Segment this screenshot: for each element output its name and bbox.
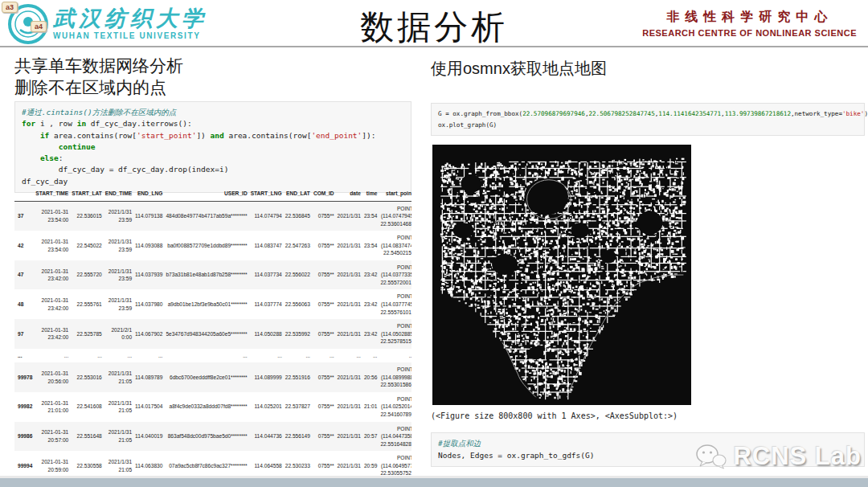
table-cell: a8f4c9de0332a8ddd07fd8******** xyxy=(164,392,248,422)
column-header: START_LNG xyxy=(249,186,284,201)
column-header: COM_ID xyxy=(312,186,336,201)
table-cell: 0755** xyxy=(312,422,336,452)
table-cell: 2021/1/31 xyxy=(336,201,362,231)
code-cell-graph-from-bbox: G = ox.graph_from_bbox(22.57096879697946… xyxy=(431,103,865,136)
table-cell: 2021-01-31 20:57:00 xyxy=(34,422,70,452)
table-row: 482021-01-31 23:42:0022.5557612021/1/31 … xyxy=(14,289,411,319)
table-row: 372021-01-31 23:54:0022.5360152021/1/31 … xyxy=(14,201,411,231)
table-cell: 2021/1/31 xyxy=(336,231,362,260)
table-cell: 114.017504 xyxy=(133,392,164,422)
table-cell: 23:54 xyxy=(362,201,379,231)
table-cell: 114.067902 xyxy=(133,319,164,349)
table-cell: 2021-01-31 21:01:00 xyxy=(34,392,70,422)
right-section: 使用osmnx获取地点地图 G = ox.graph_from_bbox(22.… xyxy=(431,58,865,79)
table-cell: 2021/1/31 23:59 xyxy=(104,260,133,290)
table-cell: 6dbc6700eedddff8e2ce01******** xyxy=(164,362,248,392)
table-cell: 114.037734 xyxy=(249,260,284,290)
table-cell: 0755** xyxy=(312,260,336,290)
table-cell: 0755** xyxy=(312,289,336,319)
left-heading-line1: 共享单车数据网络分析 xyxy=(14,55,411,76)
table-cell: 2021-01-31 23:54:00 xyxy=(34,201,70,231)
table-cell: 23:42 xyxy=(362,319,379,349)
table-row: ....................................... xyxy=(14,349,411,363)
table-cell: ba0f0088572709e1ddbd89******** xyxy=(164,231,248,260)
watermark-text: RCNS Lab xyxy=(733,442,862,471)
table-cell: 22.541608 xyxy=(70,392,103,422)
table-cell: 2021/1/31 xyxy=(336,362,362,392)
row-index: ... xyxy=(14,349,34,363)
column-header: USER_ID xyxy=(164,186,248,201)
table-cell: 0755** xyxy=(312,392,336,422)
table-cell: 22.547263 xyxy=(284,231,312,260)
table-cell: ... xyxy=(133,349,164,363)
table-row: 999862021-01-31 20:57:0022.5516482021/1/… xyxy=(14,422,411,452)
table-cell: 2021-01-31 23:42:00 xyxy=(34,260,70,290)
figure-size-caption: (<Figure size 800x800 with 1 Axes>, <Axe… xyxy=(431,411,678,420)
table-cell: 22.551916 xyxy=(284,362,312,392)
table-cell: a9db01be12bf3e9ba50c01******** xyxy=(164,289,248,319)
column-header: END_TIME xyxy=(104,186,133,201)
code-line: df_cyc_day xyxy=(22,176,404,187)
table-cell: ... xyxy=(70,349,103,363)
table-cell: 22.555761 xyxy=(70,289,103,319)
table-cell: 114.040019 xyxy=(133,422,164,452)
code-line: else: xyxy=(22,153,404,164)
table-cell: 0755** xyxy=(312,319,336,349)
row-index: 99978 xyxy=(14,362,34,392)
header-divider xyxy=(0,46,868,47)
table-row: 999782021-01-31 20:56:0022.5530162021/1/… xyxy=(14,362,411,392)
left-section: 共享单车数据网络分析 删除不在区域内的点 #通过.cintains()方法删除不… xyxy=(14,55,411,99)
research-centre-en: RESEARCH CENTRE OF NONLINEAR SCIENCE xyxy=(642,28,857,38)
rcns-lab-watermark: RCNS Lab xyxy=(694,442,862,471)
table-cell: POINT (114.0252014 22.54160789) xyxy=(379,392,411,422)
row-index: 99982 xyxy=(14,392,34,422)
code-line: if area.contains(row['start_point']) and… xyxy=(22,130,404,141)
table-cell: b73a31b81e48ab1d87b258******** xyxy=(164,260,248,290)
table-cell: 22.536015 xyxy=(70,201,103,231)
table-cell: 2021/1/31 xyxy=(336,422,362,452)
column-header: END_LNG xyxy=(133,186,164,201)
presentation-slide: a3 a4 武汉纺织大学 WUHAN TEXTILE UNIVERSITY 数据… xyxy=(0,0,868,487)
table-cell: 114.025201 xyxy=(249,392,284,422)
table-row: 422021-01-31 23:54:0022.5450222021/1/31 … xyxy=(14,231,411,260)
table-cell: ... xyxy=(34,349,70,363)
table-cell: 2021/1/31 xyxy=(336,289,362,319)
row-index: 99986 xyxy=(14,422,34,452)
table-cell: POINT (114.0502885 22.52578515) xyxy=(379,319,411,349)
column-header: date xyxy=(336,186,362,201)
code-line: ox.plot_graph(G) xyxy=(438,120,858,131)
table-cell: 22.556063 xyxy=(284,289,312,319)
table-cell: ... xyxy=(312,349,336,363)
right-heading: 使用osmnx获取地点地图 xyxy=(431,58,865,79)
table-cell: 114.089999 xyxy=(249,362,284,392)
table-cell: 484d08e49774b4717ab59a******** xyxy=(164,201,248,231)
column-header: start_point xyxy=(379,186,411,201)
table-cell: 114.093088 xyxy=(133,231,164,260)
table-row: 472021-01-31 23:42:0022.5557202021/1/31 … xyxy=(14,260,411,290)
table-cell: 22.535992 xyxy=(284,319,312,349)
table-cell: 22.536845 xyxy=(284,201,312,231)
table-cell: 2021/1/31 21:05 xyxy=(104,422,133,452)
table-cell: 2021/1/31 xyxy=(336,319,362,349)
research-centre-cn: 非线性科学研究中心 xyxy=(642,9,857,26)
column-header: START_LAT xyxy=(70,186,103,201)
table-cell: 2021/1/31 23:59 xyxy=(104,289,133,319)
column-header xyxy=(14,186,34,201)
table-cell: 22.556022 xyxy=(284,260,312,290)
row-index: 97 xyxy=(14,319,34,349)
table-cell: ... xyxy=(164,349,248,363)
table-cell: ... xyxy=(104,349,133,363)
table-cell: ... xyxy=(362,349,379,363)
table-row: 999822021-01-31 21:01:0022.5416082021/1/… xyxy=(14,392,411,422)
table-cell: 2021/1/31 xyxy=(336,260,362,290)
annotation-badge-a4: a4 xyxy=(31,21,47,32)
table-cell: POINT (114.0377335 22.55572001) xyxy=(379,260,411,290)
table-cell: 114.050288 xyxy=(249,319,284,349)
column-header: START_TIME xyxy=(34,186,70,201)
code-line: continue xyxy=(22,141,404,153)
table-cell: 23:42 xyxy=(362,260,379,290)
table-cell: 114.083747 xyxy=(249,231,284,260)
table-cell: 114.044736 xyxy=(249,422,284,452)
table-cell: 22.545022 xyxy=(70,231,103,260)
column-header: END_LAT xyxy=(284,186,312,201)
